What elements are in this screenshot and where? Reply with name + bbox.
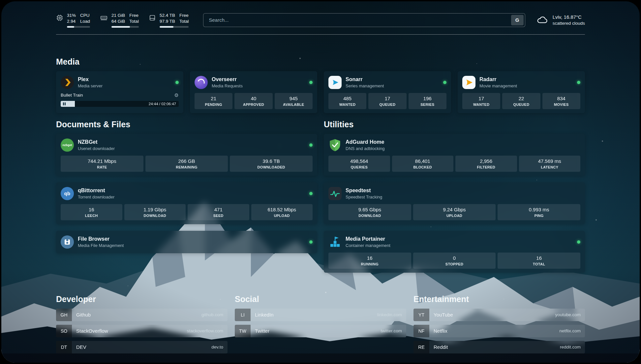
stat-value: 22 xyxy=(519,96,524,101)
sonarr-icon xyxy=(328,76,342,89)
service-card-qbittorrent[interactable]: qb qBittorrent Torrent downloader 16 xyxy=(56,182,317,224)
radarr-icon xyxy=(462,76,475,89)
memory-widget: 21 GiB 64 GiB Free Total xyxy=(100,13,139,28)
service-card-plex[interactable]: Plex Media server Bullet Train ⚙ 24:44 /… xyxy=(56,71,183,113)
stat-value: 86,401 xyxy=(415,158,430,164)
stat-label: STOPPED xyxy=(445,262,463,266)
link-url: linkedin.com xyxy=(377,312,402,317)
disk-widget: 52.4 TB 97.9 TB Free Total xyxy=(149,13,189,28)
search-provider-button[interactable]: G xyxy=(511,15,524,25)
social-section-title: Social xyxy=(235,294,406,304)
link-abbr: YT xyxy=(413,309,429,321)
stat-tile: 834 MOVIES xyxy=(542,93,580,109)
stat-value: 47.569 ms xyxy=(538,158,561,164)
stat-label: LATENCY xyxy=(541,165,558,169)
service-card-overseerr[interactable]: Overseerr Media Requests 21 PENDING 40 A… xyxy=(190,71,317,113)
link-github[interactable]: GH Github github.com xyxy=(56,309,228,321)
link-twitter[interactable]: TW Twitter twitter.com xyxy=(235,325,406,337)
stat-tile: 0.993 ms PING xyxy=(498,204,580,220)
stat-tile: 196 SERIES xyxy=(409,93,446,109)
stat-value: 471 xyxy=(214,207,223,212)
stat-label: QUEUED xyxy=(380,103,396,106)
service-subtitle: Movie management xyxy=(479,83,517,88)
memory-values: 21 GiB 64 GiB xyxy=(111,13,125,24)
header-divider xyxy=(56,34,585,35)
service-card-filebrowser[interactable]: File Browser Media File Management xyxy=(56,231,317,253)
status-dot xyxy=(309,240,313,244)
service-subtitle: Torrent downloader xyxy=(78,195,114,199)
stat-label: TOTAL xyxy=(533,262,545,266)
entertainment-section-title: Entertainment xyxy=(413,294,585,304)
stat-value: 744.21 Mbps xyxy=(88,158,116,164)
link-abbr: RE xyxy=(413,341,429,353)
weather-condition: scattered clouds xyxy=(553,21,585,26)
link-name: Netflix xyxy=(434,328,447,334)
playback-progress-bar: 24:44 / 02:06:47 xyxy=(61,101,179,107)
link-abbr: NF xyxy=(413,325,429,337)
stat-tile: 86,401 BLOCKED xyxy=(392,156,454,172)
link-dev[interactable]: DT DEV dev.to xyxy=(56,341,228,353)
settings-gear-icon[interactable]: ⚙ xyxy=(174,92,179,98)
weather-widget: Lviv, 16.87°C scattered clouds xyxy=(536,14,585,26)
link-name: Github xyxy=(76,312,91,318)
service-subtitle: Media server xyxy=(78,83,103,88)
stat-value: 1.19 Gbps xyxy=(143,207,166,212)
stat-tile: 47.569 ms LATENCY xyxy=(519,156,581,172)
stat-tile: 40 APPROVED xyxy=(234,93,272,109)
section-links: Developer GH Github github.com SO StackO… xyxy=(56,294,585,353)
adguard-icon xyxy=(328,138,342,152)
stat-tile: 16 TOTAL xyxy=(498,253,580,269)
stat-label: SEED xyxy=(213,214,224,218)
link-name: YouTube xyxy=(434,312,453,318)
stat-label: RUNNING xyxy=(361,262,379,266)
stat-value: 0 xyxy=(453,255,456,261)
stat-label: LEECH xyxy=(85,214,98,218)
service-subtitle: Speedtest Tracking xyxy=(346,195,382,199)
stat-tile: 945 AVAILABLE xyxy=(275,93,313,109)
disk-free: 52.4 TB xyxy=(160,13,175,18)
plex-icon xyxy=(61,76,74,89)
service-card-speedtest[interactable]: Speedtest Speedtest Tracking 9.65 Gbps D… xyxy=(324,182,585,224)
overseerr-icon xyxy=(195,76,208,89)
playback-time: 24:44 / 02:06:47 xyxy=(149,102,176,106)
stat-value: 16 xyxy=(536,255,542,261)
link-netflix[interactable]: NF Netflix netflix.com xyxy=(413,325,585,337)
stat-label: UPLOAD xyxy=(274,214,290,218)
status-dot xyxy=(443,81,446,84)
stat-tile: 618.52 Mbps UPLOAD xyxy=(251,204,313,220)
filebrowser-icon xyxy=(61,235,74,249)
now-playing-title: Bullet Train xyxy=(61,93,83,98)
status-dot xyxy=(175,81,179,84)
stat-value: 834 xyxy=(557,96,565,101)
stat-value: 21 xyxy=(211,96,216,101)
link-name: Twitter xyxy=(255,328,269,334)
search-input[interactable] xyxy=(203,13,525,27)
service-card-nzbget[interactable]: nzbget NZBGet Usenet downloader 744.21 M… xyxy=(56,134,317,176)
link-youtube[interactable]: YT YouTube youtube.com xyxy=(413,309,585,321)
service-card-radarr[interactable]: Radarr Movie management 17 WANTED 22 QUE… xyxy=(458,71,585,113)
service-card-portainer[interactable]: Media Portainer Container management 16 … xyxy=(324,231,585,273)
memory-free: 21 GiB xyxy=(111,13,125,18)
link-stackoverflow[interactable]: SO StackOverflow stackoverflow.com xyxy=(56,325,228,337)
stat-label: WANTED xyxy=(473,103,489,106)
memory-labels: Free Total xyxy=(129,13,139,24)
service-name: Plex xyxy=(78,76,103,82)
stat-tile: 266 GB REMAINING xyxy=(145,156,228,172)
disk-icon xyxy=(149,14,156,23)
status-dot xyxy=(309,143,313,147)
link-reddit[interactable]: RE Reddit reddit.com xyxy=(413,341,585,353)
link-abbr: LI xyxy=(235,309,251,321)
status-dot xyxy=(309,81,313,84)
stat-tile: 9.24 Gbps UPLOAD xyxy=(413,204,496,220)
service-subtitle: Media Requests xyxy=(212,83,243,88)
weather-location: Lviv, 16.87°C xyxy=(553,14,585,20)
stat-tile: 16 RUNNING xyxy=(328,253,411,269)
link-url: twitter.com xyxy=(381,328,402,333)
link-linkedin[interactable]: LI LinkedIn linkedin.com xyxy=(235,309,406,321)
service-card-sonarr[interactable]: Sonarr Series management 485 WANTED 17 Q… xyxy=(324,71,451,113)
service-name: Speedtest xyxy=(346,187,382,194)
stat-label: QUEUED xyxy=(513,103,530,106)
service-card-adguard[interactable]: AdGuard Home DNS and adblocking 498,564 … xyxy=(324,134,585,176)
stat-value: 39.6 TB xyxy=(263,158,280,164)
link-abbr: DT xyxy=(56,341,72,353)
